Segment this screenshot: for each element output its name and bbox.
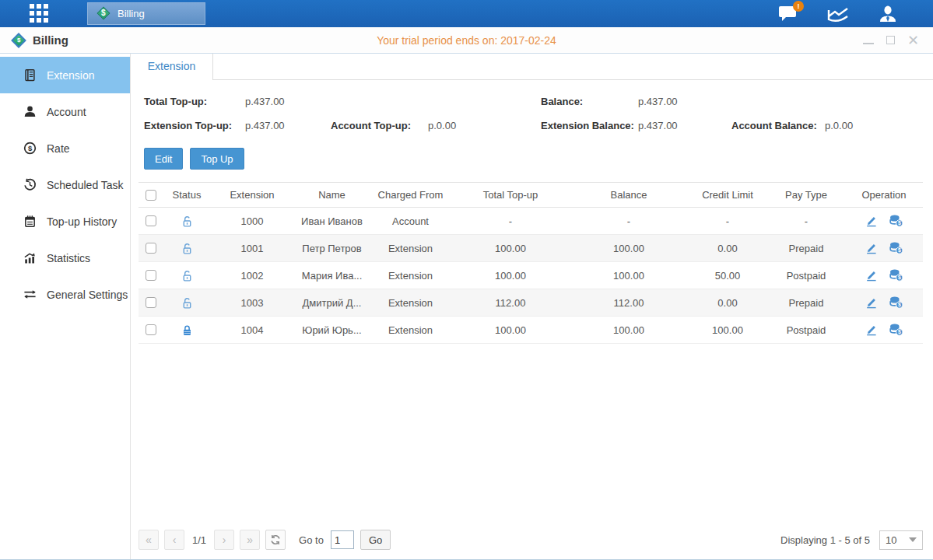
column-header[interactable]: Credit Limit — [688, 189, 767, 201]
extension-balance-label: Extension Balance: — [541, 120, 638, 131]
next-page-button[interactable]: › — [214, 530, 234, 550]
main-content: Extension Total Top-up: p.437.00 Balance… — [131, 54, 933, 559]
svg-text:$: $ — [28, 144, 33, 152]
displaying-text: Displaying 1 - 5 of 5 — [780, 534, 870, 546]
refresh-icon[interactable] — [265, 530, 286, 550]
topup-coins-icon[interactable]: $ — [889, 296, 903, 309]
edit-icon[interactable] — [865, 296, 878, 309]
sidebar-item-account[interactable]: Account — [0, 93, 130, 130]
apps-grid-icon[interactable] — [30, 4, 50, 24]
total-topup-cell: - — [451, 215, 570, 227]
row-checkbox[interactable] — [146, 324, 156, 335]
table-row[interactable]: 1004Юрий Юрь...Extension100.00100.00100.… — [139, 317, 923, 344]
credit-limit-cell: 100.00 — [688, 324, 767, 336]
sidebar-item-label: Account — [47, 106, 86, 118]
reports-chart-icon[interactable] — [827, 5, 849, 23]
user-account-icon[interactable] — [879, 5, 897, 23]
trial-notice: Your trial period ends on: 2017-02-24 — [0, 34, 933, 47]
taskbar-tab-billing[interactable]: $ Billing — [87, 2, 205, 25]
unlocked-icon — [163, 242, 210, 255]
sidebar-item-rate[interactable]: $ Rate — [0, 130, 130, 166]
svg-text:$: $ — [898, 220, 901, 226]
sidebar-item-label: Scheduled Task — [47, 179, 124, 191]
table-row[interactable]: 1003Дмитрий Д...Extension112.00112.000.0… — [139, 289, 923, 317]
total-topup-value: p.437.00 — [245, 96, 331, 107]
row-checkbox[interactable] — [146, 243, 156, 254]
edit-button[interactable]: Edit — [144, 148, 183, 170]
close-button[interactable]: ✕ — [907, 35, 919, 46]
table-row[interactable]: 1002Мария Ива...Extension100.00100.0050.… — [139, 262, 923, 289]
topup-coins-icon[interactable]: $ — [889, 269, 903, 282]
pay-type-cell: Postpaid — [767, 324, 845, 336]
pay-type-cell: Prepaid — [767, 243, 845, 254]
page-size-select[interactable]: 10 — [879, 530, 923, 550]
charged-from-cell: Extension — [370, 270, 451, 282]
charged-from-cell: Extension — [370, 297, 451, 309]
select-all-checkbox[interactable] — [146, 190, 156, 201]
sidebar-item-label: Statistics — [47, 252, 90, 264]
window-titlebar: $ Billing Your trial period ends on: 201… — [0, 27, 933, 54]
sidebar-item-extension[interactable]: Extension — [0, 57, 130, 93]
column-header[interactable]: Status — [163, 189, 210, 201]
row-checkbox[interactable] — [146, 297, 156, 308]
table-row[interactable]: 1001Петр ПетровExtension100.00100.000.00… — [139, 235, 923, 262]
sidebar-item-statistics[interactable]: Statistics — [0, 240, 130, 276]
name-cell: Юрий Юрь... — [294, 324, 370, 336]
column-header[interactable]: Total Top-up — [451, 189, 570, 201]
page-indicator: 1/1 — [192, 534, 206, 546]
balance-cell: - — [570, 215, 688, 227]
balance-cell: 112.00 — [570, 297, 688, 309]
column-header[interactable]: Charged From — [370, 189, 451, 201]
unlocked-icon — [163, 296, 210, 310]
column-header[interactable]: Operation — [845, 189, 923, 201]
sidebar-item-general-settings[interactable]: General Settings — [0, 276, 130, 313]
tab-extension[interactable]: Extension — [131, 54, 213, 80]
pay-type-cell: - — [767, 215, 845, 227]
last-page-button[interactable]: » — [240, 530, 260, 550]
minimize-button[interactable] — [863, 35, 874, 46]
edit-icon[interactable] — [865, 269, 878, 282]
table-row[interactable]: 1000Иван ИвановAccount----$ — [139, 208, 923, 235]
total-topup-cell: 100.00 — [451, 243, 570, 254]
topup-coins-icon[interactable]: $ — [889, 324, 903, 336]
unlocked-icon — [163, 269, 210, 282]
go-button[interactable]: Go — [360, 530, 391, 550]
sidebar-item-topup-history[interactable]: Top-up History — [0, 203, 130, 240]
messages-icon[interactable]: ! — [778, 5, 798, 22]
extension-table: StatusExtensionNameCharged FromTotal Top… — [139, 182, 923, 344]
column-header[interactable]: Balance — [570, 189, 688, 201]
extension-balance-value: p.437.00 — [638, 120, 731, 131]
topup-coins-icon[interactable]: $ — [889, 242, 903, 254]
chevron-down-icon — [909, 537, 917, 542]
notebook-icon — [23, 215, 37, 228]
edit-icon[interactable] — [865, 242, 878, 254]
svg-text:$: $ — [898, 329, 901, 335]
prev-page-button[interactable]: ‹ — [164, 530, 184, 550]
balance-label: Balance: — [541, 96, 638, 107]
unlocked-icon — [163, 215, 210, 228]
sidebar-item-scheduled-task[interactable]: Scheduled Task — [0, 166, 130, 203]
maximize-button[interactable] — [886, 35, 895, 46]
row-checkbox[interactable] — [146, 215, 156, 226]
credit-limit-cell: 0.00 — [688, 297, 767, 309]
goto-page-input[interactable] — [331, 530, 354, 549]
history-clock-icon — [23, 178, 37, 191]
row-checkbox[interactable] — [146, 270, 156, 281]
dollar-circle-icon: $ — [23, 142, 37, 155]
svg-text:$: $ — [898, 247, 901, 254]
charged-from-cell: Account — [370, 215, 451, 227]
edit-icon[interactable] — [865, 215, 878, 227]
top-up-button[interactable]: Top Up — [190, 148, 244, 170]
edit-icon[interactable] — [865, 324, 878, 336]
operation-cell: $ — [845, 324, 923, 336]
column-header[interactable]: Name — [294, 189, 370, 201]
bar-chart-icon — [23, 251, 37, 264]
topup-coins-icon[interactable]: $ — [889, 215, 903, 227]
name-cell: Петр Петров — [294, 243, 370, 254]
column-header[interactable]: Extension — [210, 189, 294, 201]
extension-cell: 1001 — [210, 243, 294, 254]
column-header[interactable]: Pay Type — [767, 189, 845, 201]
operation-cell: $ — [845, 296, 923, 309]
first-page-button[interactable]: « — [139, 530, 159, 550]
billing-dollar-diamond-icon: $ — [97, 7, 110, 20]
